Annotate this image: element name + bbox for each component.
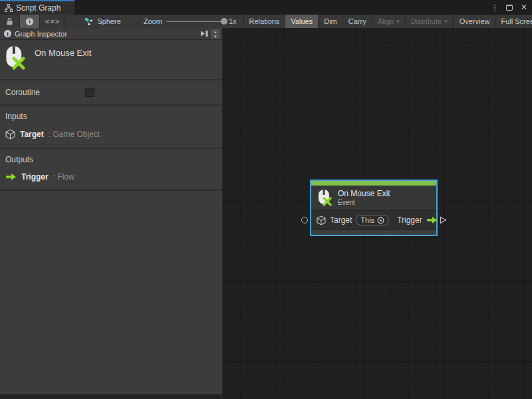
cube-icon: [317, 215, 326, 225]
input-flow-port[interactable]: [301, 217, 308, 223]
inspector-toggle-button[interactable]: i: [20, 15, 40, 28]
info-icon: i: [4, 30, 11, 37]
input-port-row: Target : Game Object: [5, 129, 217, 140]
chevron-down-icon: ▾: [396, 18, 400, 25]
output-port-row: Trigger : Flow: [5, 172, 217, 182]
outputs-heading: Outputs: [5, 155, 217, 164]
graph-inspector-title: Graph Inspector: [15, 30, 197, 38]
maximize-icon: [506, 5, 513, 11]
mouse-exit-icon: [318, 189, 332, 206]
window-maximize-button[interactable]: [504, 2, 515, 13]
zoom-value: 1x: [229, 17, 237, 25]
cube-icon: [5, 129, 15, 140]
node-footer: [311, 229, 436, 235]
graph-hierarchy-icon: [5, 4, 13, 12]
output-flow-port[interactable]: [440, 216, 447, 226]
distribute-button: Distribute▾: [406, 15, 454, 28]
node-subtitle: Event: [338, 199, 390, 206]
output-port-name: Trigger: [21, 172, 49, 182]
script-graph-window: Script Graph ⋮ × i <×>: [0, 0, 532, 399]
zoom-slider[interactable]: [166, 21, 225, 22]
coroutine-label: Coroutine: [5, 88, 85, 97]
inputs-heading: Inputs: [5, 112, 217, 121]
node-event-colorbar: [311, 181, 436, 186]
input-port-name: Target: [20, 130, 44, 139]
inspector-unit-header: On Mouse Exit: [0, 40, 222, 80]
target-port-label: Target: [330, 215, 352, 225]
window-menu-button[interactable]: ⋮: [489, 2, 500, 13]
fullscreen-button[interactable]: Full Screen: [496, 15, 532, 28]
flow-arrow-icon: [5, 173, 17, 181]
output-port-type: : Flow: [53, 172, 74, 182]
window-close-button[interactable]: ×: [519, 2, 529, 13]
node-ports-row: Target This Trigger: [311, 210, 436, 229]
tab-script-graph[interactable]: Script Graph: [0, 0, 74, 15]
titlebar: Script Graph ⋮ ×: [0, 0, 532, 15]
zoom-slider-handle[interactable]: [221, 18, 227, 25]
lock-button[interactable]: [0, 15, 20, 28]
relations-button[interactable]: Relations: [244, 15, 286, 28]
edit-script-button[interactable]: <×>: [40, 15, 66, 28]
graph-inspector-header[interactable]: i Graph Inspector ▲▼: [0, 28, 222, 40]
panel-scrub-control[interactable]: ▲▼: [211, 29, 220, 39]
panel-bottom-edge: [0, 394, 223, 399]
overview-button[interactable]: Overview: [454, 15, 496, 28]
target-value: This: [360, 216, 374, 224]
carry-button[interactable]: Carry: [343, 15, 372, 28]
coroutine-checkbox[interactable]: [85, 88, 94, 97]
zoom-label: Zoom: [144, 17, 162, 25]
info-icon: i: [26, 18, 33, 25]
node-title: On Mouse Exit: [338, 189, 390, 198]
target-picker-icon[interactable]: [377, 217, 384, 224]
graph-inspector-panel: i Graph Inspector ▲▼ On Mouse Exit: [0, 28, 223, 394]
graph-target-breadcrumb[interactable]: Sphere: [66, 15, 127, 28]
target-value-chip[interactable]: This: [356, 215, 389, 225]
inputs-section: Inputs Target : Game Object: [0, 106, 222, 149]
coroutine-row: Coroutine: [0, 80, 222, 106]
trigger-port-label: Trigger: [397, 215, 422, 225]
chevron-down-icon: ▾: [444, 18, 448, 25]
node-header[interactable]: On Mouse Exit Event: [311, 186, 436, 210]
flow-arrow-icon: [426, 216, 438, 224]
input-port-type: : Game Object: [49, 130, 100, 139]
lock-icon: [6, 17, 13, 25]
dim-button[interactable]: Dim: [319, 15, 343, 28]
node-on-mouse-exit[interactable]: On Mouse Exit Event Target This: [310, 180, 438, 236]
inspector-unit-title: On Mouse Exit: [35, 45, 91, 58]
dock-panel-icon[interactable]: [200, 30, 209, 37]
tab-label: Script Graph: [16, 3, 61, 13]
toolbar: i <×> Sphere Zoom 1x Relations Values Di…: [0, 15, 532, 28]
outputs-section: Outputs Trigger : Flow: [0, 149, 222, 191]
mouse-exit-icon: [5, 45, 25, 70]
graph-asset-icon: [84, 17, 93, 26]
graph-target-label: Sphere: [97, 17, 120, 25]
values-button[interactable]: Values: [285, 15, 319, 28]
code-icon: <×>: [45, 17, 60, 25]
align-button: Align▾: [372, 15, 406, 28]
